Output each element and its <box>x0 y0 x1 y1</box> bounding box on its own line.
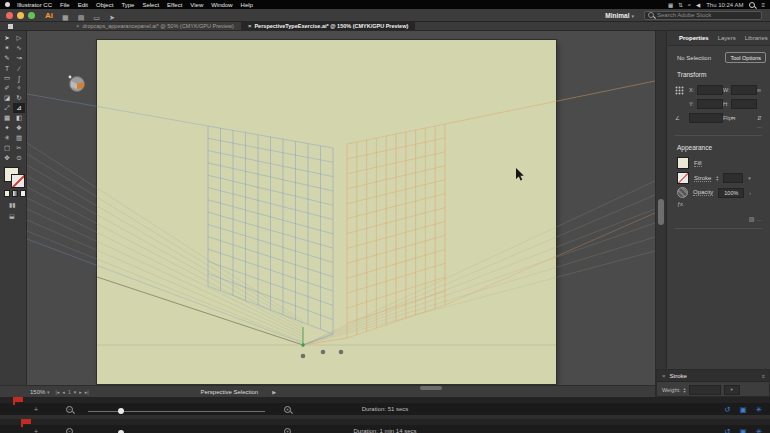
menu-status-icon[interactable]: ▦ <box>668 2 673 8</box>
opacity-arrow-icon[interactable]: › <box>749 190 751 196</box>
fx-icon[interactable]: ƒx. <box>677 201 684 207</box>
zoom-level-select[interactable]: 150% ▾ <box>30 389 50 395</box>
status-play-icon[interactable]: ▶ <box>272 389 276 395</box>
document-tab[interactable]: × PerspectiveTypeExercise.ai* @ 150% (CM… <box>241 22 415 30</box>
artboard-nav-item[interactable]: ◂ <box>62 389 65 395</box>
canvas-pasteboard[interactable] <box>27 31 655 385</box>
color-button[interactable] <box>4 190 10 197</box>
close-icon[interactable]: × <box>662 373 666 379</box>
tool-button[interactable]: ▥ <box>13 133 25 143</box>
none-button[interactable] <box>20 190 26 197</box>
tool-button[interactable]: ✳ <box>1 133 13 143</box>
tool-button[interactable]: ⊙ <box>13 153 25 163</box>
menu-item[interactable]: View <box>190 2 203 8</box>
menu-item[interactable]: Effect <box>167 2 182 8</box>
minimize-window-button[interactable] <box>17 12 24 19</box>
video-control-icon[interactable]: ✳ <box>756 405 762 414</box>
panel-tab[interactable]: Properties <box>679 35 709 41</box>
angle-select[interactable] <box>689 113 723 123</box>
adobe-stock-search-input[interactable]: Search Adobe Stock <box>644 11 762 20</box>
reference-point-icon[interactable] <box>675 86 684 95</box>
horizontal-scrollbar-thumb[interactable] <box>420 386 442 390</box>
gradient-button[interactable] <box>12 190 18 197</box>
artboard-nav-item[interactable]: 1 <box>68 389 71 395</box>
menu-status-icon[interactable]: ≈ <box>688 2 691 8</box>
tool-button[interactable]: ∕ <box>13 63 25 73</box>
tool-button[interactable]: ⊿ <box>13 103 25 113</box>
close-tab-icon[interactable]: × <box>76 23 80 29</box>
close-window-button[interactable] <box>6 12 13 19</box>
spotlight-search-icon[interactable] <box>749 2 755 8</box>
tool-button[interactable]: ✎ <box>1 53 13 63</box>
chevron-down-icon[interactable]: ▾ <box>748 175 751 181</box>
stroke-weight-stepper[interactable]: ▴▾ <box>716 175 718 181</box>
menu-item[interactable]: Illustrator CC <box>17 2 52 8</box>
vertical-scrollbar[interactable] <box>655 31 666 385</box>
weight-unit-select[interactable]: ▾ <box>724 385 740 395</box>
menu-item[interactable]: Help <box>241 2 253 8</box>
tool-button[interactable]: ◪ <box>1 93 13 103</box>
video-control-icon[interactable]: ↺ <box>724 405 730 414</box>
menu-status-icon[interactable]: ◀ <box>696 2 700 8</box>
opacity-input[interactable]: 100% <box>718 188 744 198</box>
panel-tab[interactable]: Libraries <box>745 35 768 41</box>
more-options-icon[interactable]: ... <box>757 123 762 129</box>
panel-menu-icon[interactable]: ≡ <box>762 373 765 379</box>
tool-button[interactable]: ▷ <box>13 33 25 43</box>
weight-stepper[interactable]: ▴▾ <box>684 387 686 393</box>
artboard-nav-item[interactable]: ▾ <box>74 389 77 395</box>
vertical-scrollbar-thumb[interactable] <box>658 199 664 225</box>
control-center-icon[interactable]: ≡ <box>761 2 765 8</box>
video-control-icon[interactable]: ▣ <box>740 405 747 414</box>
tool-button[interactable]: ✶ <box>1 43 13 53</box>
tool-button[interactable]: ➤ <box>1 33 13 43</box>
tool-button[interactable]: ↻ <box>13 93 25 103</box>
tool-button[interactable]: ✥ <box>1 153 13 163</box>
tool-button[interactable]: ▢ <box>1 143 13 153</box>
y-input[interactable] <box>697 99 723 109</box>
tool-button[interactable]: ◧ <box>13 113 25 123</box>
draw-mode-icon[interactable]: ▮▮ <box>9 201 26 208</box>
zoom-window-button[interactable] <box>28 12 35 19</box>
stroke-none-swatch[interactable] <box>11 174 25 188</box>
panel-corner-icon[interactable] <box>8 24 13 29</box>
menu-clock[interactable]: Thu 10:24 AM <box>706 2 743 8</box>
screen-mode-icon[interactable]: ⬓ <box>9 212 26 219</box>
menu-item[interactable]: Type <box>121 2 134 8</box>
app-bar-icon[interactable]: ▭ <box>93 14 100 21</box>
tool-button[interactable]: ⤢ <box>1 103 13 113</box>
document-tab[interactable]: × dropcaps_appearancepanel.ai* @ 50% (CM… <box>69 22 241 30</box>
tool-button[interactable]: ✐ <box>1 83 13 93</box>
appearance-stroke-swatch[interactable] <box>677 172 689 184</box>
tool-options-button[interactable]: Tool Options <box>725 52 766 63</box>
x-input[interactable] <box>697 85 723 95</box>
video-control-icon[interactable]: ↺ <box>724 427 730 433</box>
tool-button[interactable]: ❖ <box>13 123 25 133</box>
artboard-nav-item[interactable]: ▸ <box>79 389 82 395</box>
video-control-icon[interactable]: ✳ <box>756 427 762 433</box>
artboard-nav-item[interactable]: ▸| <box>85 389 89 395</box>
menu-item[interactable]: Window <box>211 2 232 8</box>
panel-tab[interactable]: Layers <box>718 35 736 41</box>
close-tab-icon[interactable]: × <box>248 23 252 29</box>
link-dimensions-icon[interactable]: ∞ <box>757 87 769 93</box>
fill-link[interactable]: Fill <box>694 160 702 167</box>
menu-item[interactable]: Select <box>142 2 159 8</box>
menu-status-icon[interactable]: ⇅ <box>678 2 683 8</box>
tool-button[interactable]: ✧ <box>13 83 25 93</box>
stroke-weight-input[interactable] <box>723 173 743 183</box>
tool-button[interactable]: ▦ <box>1 113 13 123</box>
app-bar-icon[interactable]: ▤ <box>78 14 85 21</box>
stroke-panel-title[interactable]: Stroke <box>670 373 687 379</box>
playhead-marker[interactable] <box>21 419 31 424</box>
flip-vertical-icon[interactable]: ⇵ <box>757 115 769 121</box>
flip-horizontal-icon[interactable]: ⇋ <box>731 115 757 121</box>
apple-menu-icon[interactable] <box>5 2 10 7</box>
w-input[interactable] <box>731 85 757 95</box>
tool-button[interactable]: ʃ <box>13 73 25 83</box>
panel-corner-icons[interactable]: ▨ … <box>749 216 762 222</box>
appearance-fill-swatch[interactable] <box>677 157 689 169</box>
tool-button[interactable]: ▭ <box>1 73 13 83</box>
h-input[interactable] <box>731 99 757 109</box>
opacity-link[interactable]: Opacity <box>693 189 713 196</box>
